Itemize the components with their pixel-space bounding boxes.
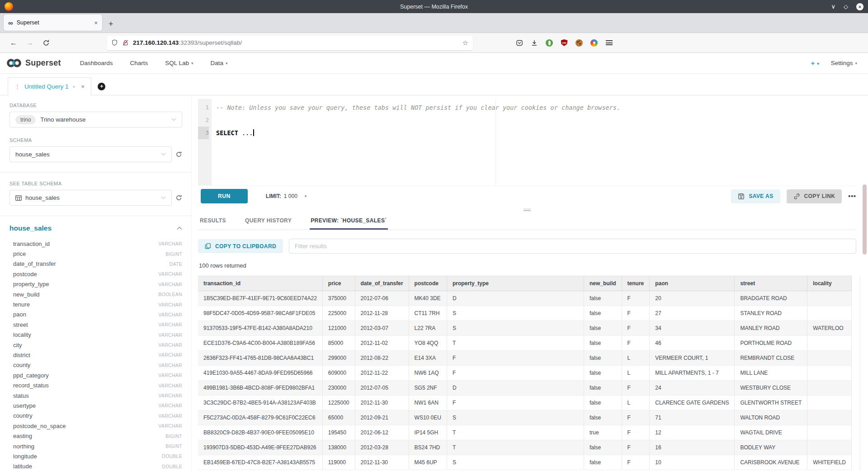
- editor-code[interactable]: -- Note: Unless you save your query, the…: [212, 99, 856, 185]
- schema-column[interactable]: countyVARCHAR: [9, 360, 182, 370]
- grip-icon: [524, 209, 531, 211]
- window-maximize-icon[interactable]: ◇: [844, 4, 848, 9]
- new-tab-button[interactable]: +: [108, 20, 113, 28]
- schema-column[interactable]: tenureVARCHAR: [9, 299, 182, 309]
- save-as-button[interactable]: SAVE AS: [731, 189, 780, 203]
- query-tab-close-icon[interactable]: ×: [81, 84, 85, 90]
- table-select[interactable]: house_sales: [9, 190, 172, 206]
- settings-menu[interactable]: Settings▾: [831, 60, 857, 66]
- database-select[interactable]: trino Trino warehouse: [9, 112, 182, 127]
- schema-column[interactable]: ppd_categoryVARCHAR: [9, 370, 182, 380]
- window-minimize-icon[interactable]: ∨: [831, 4, 835, 9]
- table-cell: F: [622, 306, 650, 321]
- table-cell: 230000: [322, 381, 355, 396]
- url-bar[interactable]: 217.160.120.143:32393/superset/sqllab/ ☆: [107, 36, 473, 50]
- column-name: property_type: [13, 281, 49, 287]
- column-header[interactable]: paon: [650, 276, 735, 291]
- column-header[interactable]: new_build: [584, 276, 622, 291]
- schema-column[interactable]: districtVARCHAR: [9, 350, 182, 360]
- schema-column[interactable]: transaction_idVARCHAR: [9, 239, 182, 249]
- cookie-icon[interactable]: [576, 39, 583, 47]
- ublock-icon[interactable]: [561, 39, 568, 47]
- column-header[interactable]: transaction_id: [198, 276, 322, 291]
- schema-column[interactable]: eastingBIGINT: [9, 431, 182, 441]
- chevron-up-icon[interactable]: [177, 226, 182, 230]
- refresh-icon[interactable]: [175, 194, 182, 201]
- schema-column[interactable]: priceBIGINT: [9, 249, 182, 259]
- tab-close-icon[interactable]: ×: [94, 19, 98, 26]
- schema-column[interactable]: postcode_no_spaceVARCHAR: [9, 421, 182, 431]
- copy-to-clipboard-button[interactable]: COPY TO CLIPBOARD: [198, 239, 283, 253]
- column-header[interactable]: tenure: [622, 276, 650, 291]
- new-item-button[interactable]: +▾: [811, 59, 819, 67]
- pane-resize-handle[interactable]: [198, 207, 856, 213]
- privacy-badger-icon[interactable]: [546, 39, 553, 47]
- column-header[interactable]: locality: [807, 276, 852, 291]
- schema-column[interactable]: new_buildBOOLEAN: [9, 289, 182, 299]
- save-icon: [738, 193, 745, 200]
- column-name: county: [13, 362, 30, 368]
- sql-editor[interactable]: 1 2 3 -- Note: Unless you save your quer…: [198, 99, 856, 186]
- schema-column[interactable]: localityVARCHAR: [9, 330, 182, 340]
- window-close-icon[interactable]: ×: [856, 3, 863, 10]
- schema-select[interactable]: house_sales: [9, 146, 172, 162]
- column-header[interactable]: property_type: [447, 276, 584, 291]
- superset-brand[interactable]: Superset: [6, 58, 61, 68]
- chevron-down-icon: ▾: [817, 61, 819, 66]
- table-cell: false: [584, 366, 622, 381]
- nav-dashboards[interactable]: Dashboards: [80, 60, 113, 66]
- schema-column[interactable]: paonVARCHAR: [9, 310, 182, 320]
- nav-charts[interactable]: Charts: [130, 60, 148, 66]
- limit-dropdown[interactable]: LIMIT: 1 000 ▾: [266, 193, 307, 199]
- tab-results[interactable]: RESULTS: [199, 213, 227, 230]
- schema-column[interactable]: northingBIGINT: [9, 441, 182, 451]
- schema-column[interactable]: streetVARCHAR: [9, 320, 182, 330]
- refresh-icon[interactable]: [175, 151, 182, 158]
- schema-column[interactable]: date_of_transferDATE: [9, 259, 182, 269]
- table-cell: 2012-03-28: [355, 440, 409, 455]
- schema-column[interactable]: postcodeVARCHAR: [9, 269, 182, 279]
- browser-tab[interactable]: ∞ Superset ×: [4, 14, 102, 31]
- download-icon[interactable]: [531, 39, 538, 47]
- table-schema-title[interactable]: house_sales: [9, 224, 52, 232]
- copy-link-button[interactable]: COPY LINK: [787, 189, 842, 203]
- schema-column[interactable]: statusVARCHAR: [9, 391, 182, 400]
- tab-preview-house-sales[interactable]: PREVIEW: `HOUSE_SALES`: [310, 213, 388, 230]
- schema-column[interactable]: latitudeDOUBLE: [9, 462, 182, 471]
- column-header[interactable]: postcode: [409, 276, 447, 291]
- menu-icon[interactable]: [605, 39, 613, 47]
- nav-sql-lab[interactable]: SQL Lab▾: [165, 60, 193, 66]
- table-select-name: house_sales: [25, 194, 156, 201]
- table-cell: 2012-03-07: [355, 321, 409, 336]
- chevron-down-icon: ▾: [855, 61, 857, 66]
- table-cell: 375000: [322, 291, 355, 306]
- bookmark-star-icon[interactable]: ☆: [462, 39, 468, 47]
- filter-results-input[interactable]: [289, 239, 856, 254]
- column-header[interactable]: street: [735, 276, 807, 291]
- query-tab[interactable]: ⋮ Untitled Query 1 ● ×: [8, 77, 91, 95]
- schema-column[interactable]: usertypeVARCHAR: [9, 400, 182, 410]
- lock-disabled-icon[interactable]: [122, 39, 129, 46]
- table-cell: false: [584, 381, 622, 396]
- reload-icon[interactable]: [42, 39, 50, 47]
- add-query-tab-button[interactable]: +: [91, 77, 112, 95]
- schema-column[interactable]: countryVARCHAR: [9, 411, 182, 421]
- schema-column[interactable]: record_statusVARCHAR: [9, 380, 182, 390]
- column-header[interactable]: price: [322, 276, 355, 291]
- pocket-icon[interactable]: [516, 39, 523, 47]
- schema-column[interactable]: property_typeVARCHAR: [9, 279, 182, 289]
- table-cell: L22 7RA: [409, 321, 447, 336]
- more-options-button[interactable]: •••: [848, 193, 856, 200]
- page-scrollbar[interactable]: [863, 184, 867, 254]
- table-cell: STANLEY ROAD: [735, 306, 807, 321]
- run-button[interactable]: RUN: [201, 189, 248, 203]
- schema-column[interactable]: longitudeDOUBLE: [9, 451, 182, 461]
- superset-logo-icon: [6, 58, 22, 68]
- container-extension-icon[interactable]: [590, 39, 598, 47]
- back-icon[interactable]: ←: [10, 39, 17, 47]
- schema-column[interactable]: cityVARCHAR: [9, 340, 182, 350]
- column-header[interactable]: date_of_transfer: [355, 276, 409, 291]
- nav-data[interactable]: Data▾: [211, 60, 228, 66]
- drag-handle-icon[interactable]: ⋮: [14, 83, 20, 90]
- tab-query-history[interactable]: QUERY HISTORY: [244, 213, 292, 230]
